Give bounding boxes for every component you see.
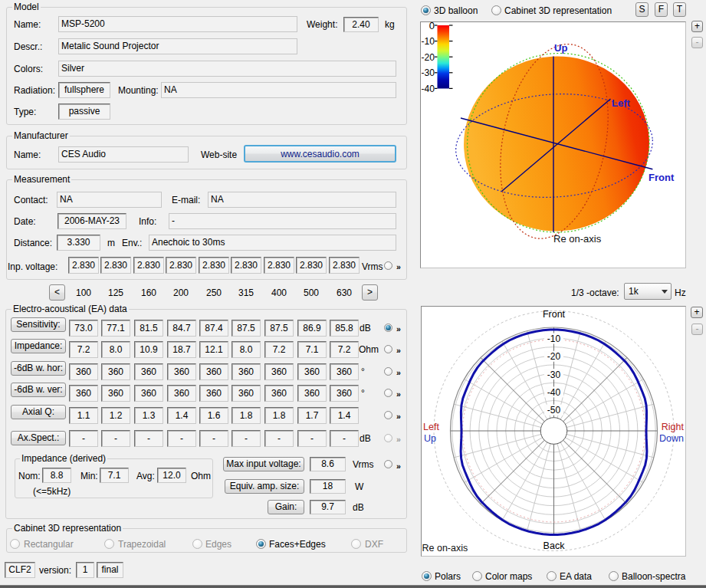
svg-text:Front: Front bbox=[543, 309, 566, 320]
svg-text:-30: -30 bbox=[422, 67, 435, 78]
svg-text:-30: -30 bbox=[547, 370, 561, 380]
svg-text:0: 0 bbox=[429, 22, 435, 31]
svg-text:-10: -10 bbox=[422, 35, 435, 47]
svg-text:Back: Back bbox=[543, 540, 566, 551]
svg-text:Down: Down bbox=[659, 433, 684, 444]
svg-text:Right: Right bbox=[662, 422, 685, 432]
svg-text:Front: Front bbox=[649, 172, 675, 183]
svg-text:-20: -20 bbox=[422, 51, 435, 63]
svg-text:Up: Up bbox=[424, 433, 436, 444]
svg-text:-40: -40 bbox=[547, 387, 561, 398]
svg-text:Re on-axis: Re on-axis bbox=[422, 543, 468, 554]
svg-text:Left: Left bbox=[423, 422, 439, 432]
svg-text:-10: -10 bbox=[547, 333, 561, 344]
svg-text:-20: -20 bbox=[547, 351, 561, 362]
svg-text:Up: Up bbox=[554, 42, 567, 54]
svg-text:Re on-axis: Re on-axis bbox=[553, 233, 602, 245]
svg-text:Left: Left bbox=[612, 97, 631, 109]
svg-text:-40: -40 bbox=[422, 83, 435, 94]
svg-text:-50: -50 bbox=[547, 405, 561, 416]
